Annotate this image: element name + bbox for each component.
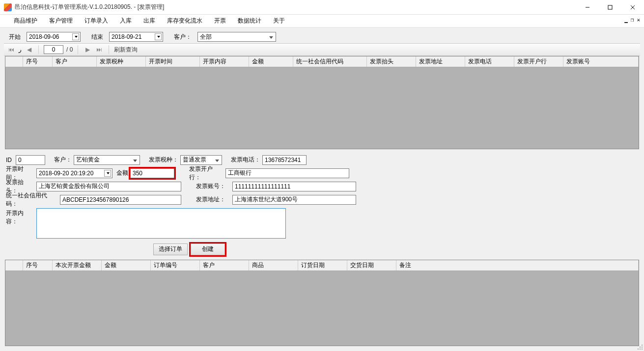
account-label: 发票账号：: [196, 182, 232, 190]
pager-current-input[interactable]: [44, 45, 63, 54]
end-date-label: 结束: [89, 33, 105, 41]
pager-first-icon[interactable]: ⏮: [7, 45, 16, 54]
row-header: [5, 56, 23, 67]
select-order-button[interactable]: 选择订单: [153, 243, 188, 255]
create-button[interactable]: 创建: [191, 243, 225, 255]
calendar-dropdown-icon[interactable]: [104, 170, 111, 177]
filter-row: 开始 2018-09-06 结束 2018-09-21 客户： 全部: [4, 30, 640, 43]
col-title[interactable]: 发票抬头: [367, 56, 416, 67]
menubar: 商品维护 客户管理 订单录入 入库 出库 库存变化流水 开票 数据统计 关于 ▁…: [0, 15, 644, 27]
chevron-down-icon: [132, 157, 139, 163]
end-date-picker[interactable]: 2018-09-21: [109, 32, 163, 42]
svg-point-4: [642, 345, 643, 346]
col-time[interactable]: 开票时间: [146, 56, 200, 67]
svg-point-9: [642, 349, 643, 350]
col-phone[interactable]: 发票电话: [465, 56, 514, 67]
mdi-minimize-icon[interactable]: ▁: [624, 17, 628, 23]
col2-customer[interactable]: 客户: [200, 260, 249, 270]
chevron-down-icon: [214, 157, 221, 163]
col2-order-no[interactable]: 订单编号: [151, 260, 200, 270]
start-date-value: 2018-09-06: [29, 33, 59, 40]
mdi-close-icon[interactable]: ✕: [637, 17, 640, 23]
amount-label: 金额: [116, 169, 130, 177]
menu-inventory-flow[interactable]: 库存变化流水: [161, 15, 208, 27]
form-customer-value: 艺铂黄金: [76, 156, 100, 164]
svg-point-6: [642, 347, 643, 348]
col-amount[interactable]: 金额: [249, 56, 293, 67]
invoice-form: ID 客户： 艺铂黄金 发票税种： 普通发票 发票电话： 开票时间： 2018-…: [0, 149, 644, 260]
col-content[interactable]: 开票内容: [200, 56, 249, 67]
col2-seq[interactable]: 序号: [23, 260, 53, 270]
start-date-label: 开始: [7, 33, 23, 41]
col2-remark[interactable]: 备注: [396, 260, 639, 270]
svg-point-5: [640, 347, 641, 348]
chevron-down-icon: [268, 33, 275, 40]
id-label: ID: [6, 157, 16, 163]
col-address[interactable]: 发票地址: [416, 56, 465, 67]
content-textarea[interactable]: [36, 208, 286, 239]
col-customer[interactable]: 客户: [53, 56, 97, 67]
address-input[interactable]: [232, 195, 356, 205]
menu-about[interactable]: 关于: [267, 15, 291, 27]
maximize-button[interactable]: [599, 0, 621, 15]
col2-amount[interactable]: 金额: [102, 260, 151, 270]
account-input[interactable]: [232, 182, 356, 191]
menu-customer[interactable]: 客户管理: [43, 15, 79, 27]
resize-grip-icon[interactable]: [636, 343, 643, 350]
title-input[interactable]: [36, 182, 181, 191]
order-lines-body[interactable]: [5, 271, 639, 346]
close-button[interactable]: [621, 0, 644, 15]
minimize-button[interactable]: [576, 0, 599, 15]
col2-delivery[interactable]: 交货日期: [347, 260, 396, 270]
end-date-value: 2018-09-21: [112, 33, 141, 40]
window-title: 邑泊信息科技-订单管理系统-V.1.0.20180905. - [发票管理]: [15, 3, 164, 11]
filter-customer-combo[interactable]: 全部: [197, 32, 276, 42]
menu-product[interactable]: 商品维护: [8, 15, 43, 27]
phone-label: 发票电话：: [231, 156, 262, 164]
col-uscc[interactable]: 统一社会信用代码: [293, 56, 367, 67]
menu-stats[interactable]: 数据统计: [232, 15, 267, 27]
col-bank[interactable]: 发票开户行: [514, 56, 563, 67]
bank-input[interactable]: [225, 168, 349, 178]
svg-point-7: [638, 349, 639, 350]
calendar-dropdown-icon[interactable]: [155, 33, 162, 40]
invoice-grid-body[interactable]: [5, 67, 639, 149]
pager-refresh[interactable]: 刷新查询: [114, 46, 138, 54]
tax-value: 普通发票: [183, 156, 206, 164]
pager-next-icon[interactable]: ▶: [83, 45, 92, 54]
menu-invoice[interactable]: 开票: [208, 15, 232, 27]
col-account[interactable]: 发票账号: [563, 56, 639, 67]
pager-prev-icon[interactable]: ◀: [25, 45, 33, 54]
time-value: 2018-09-20 20:19:20: [39, 170, 93, 177]
content-label: 开票内容：: [6, 208, 36, 226]
filter-customer-value: 全部: [200, 33, 212, 41]
col-seq[interactable]: 序号: [23, 56, 53, 67]
phone-input[interactable]: [262, 155, 307, 165]
id-input[interactable]: [16, 155, 45, 165]
time-picker[interactable]: 2018-09-20 20:19:20: [36, 168, 112, 178]
amount-input[interactable]: [130, 168, 174, 178]
pager-last-icon[interactable]: ⏭: [95, 45, 104, 54]
start-date-picker[interactable]: 2018-09-06: [27, 32, 81, 42]
calendar-dropdown-icon[interactable]: [72, 33, 79, 40]
row-header: [5, 260, 23, 270]
svg-rect-1: [608, 5, 612, 9]
uscc-input[interactable]: [60, 195, 181, 205]
filter-customer-label: 客户：: [172, 33, 194, 41]
col-tax[interactable]: 发票税种: [97, 56, 146, 67]
menu-inbound[interactable]: 入库: [114, 15, 138, 27]
menu-order-entry[interactable]: 订单录入: [79, 15, 114, 27]
col2-product[interactable]: 商品: [249, 260, 298, 270]
order-lines-grid: 序号 本次开票金额 金额 订单编号 客户 商品 订货日期 交货日期 备注: [5, 260, 639, 346]
invoice-grid: 序号 客户 发票税种 开票时间 开票内容 金额 统一社会信用代码 发票抬头 发票…: [5, 56, 639, 149]
svg-point-8: [640, 349, 641, 350]
invoice-grid-header: 序号 客户 发票税种 开票时间 开票内容 金额 统一社会信用代码 发票抬头 发票…: [5, 56, 639, 67]
col2-order-date[interactable]: 订货日期: [298, 260, 347, 270]
address-label: 发票地址：: [196, 195, 232, 204]
mdi-restore-icon[interactable]: ❐: [631, 17, 634, 23]
form-customer-combo[interactable]: 艺铂黄金: [74, 155, 140, 165]
menu-outbound[interactable]: 出库: [138, 15, 161, 27]
titlebar: 邑泊信息科技-订单管理系统-V.1.0.20180905. - [发票管理]: [0, 0, 644, 15]
col2-this-amount[interactable]: 本次开票金额: [53, 260, 102, 270]
tax-combo[interactable]: 普通发票: [180, 155, 222, 165]
